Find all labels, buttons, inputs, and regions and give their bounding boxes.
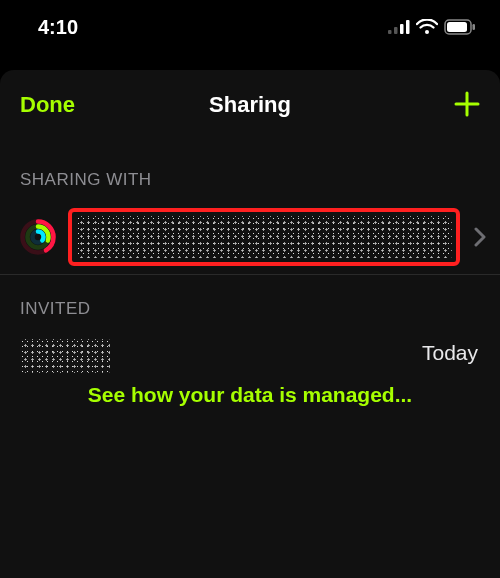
wifi-icon [416,19,438,35]
svg-rect-3 [406,20,410,34]
add-button[interactable] [454,88,480,122]
plus-icon [454,91,480,117]
sharing-sheet: Done Sharing SHARING WITH I [0,70,500,578]
svg-rect-7 [473,24,476,30]
contact-name-obscured [76,216,452,258]
cellular-icon [388,20,410,34]
chevron-right-icon [474,227,486,247]
done-button[interactable]: Done [20,92,75,118]
activity-ring-icon [20,219,56,255]
status-indicators [388,19,476,35]
status-bar: 4:10 [0,0,500,54]
svg-rect-1 [394,27,398,34]
svg-rect-2 [400,24,404,34]
sharing-with-row[interactable] [0,200,500,275]
svg-point-4 [425,30,429,34]
section-header-invited: INVITED [0,275,500,329]
nav-bar: Done Sharing [0,70,500,146]
battery-icon [444,19,476,35]
data-management-link[interactable]: See how your data is managed... [0,377,500,427]
annotation-highlight [68,208,460,266]
page-title: Sharing [20,92,480,118]
invited-date: Today [422,341,478,365]
svg-rect-6 [447,22,467,32]
invited-row[interactable]: Today [0,329,500,377]
invited-name-obscured [20,339,110,373]
section-header-sharing-with: SHARING WITH [0,146,500,200]
status-time: 4:10 [38,16,78,39]
svg-rect-0 [388,30,392,34]
